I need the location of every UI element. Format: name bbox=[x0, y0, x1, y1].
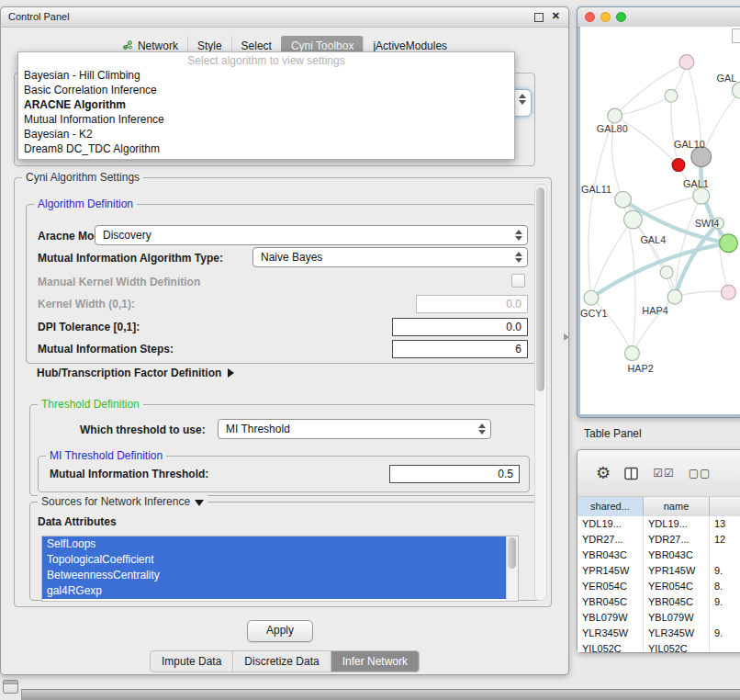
column-header[interactable] bbox=[710, 497, 740, 516]
table-row[interactable]: YER054CYER054C8. bbox=[577, 579, 740, 594]
network-node-gal1[interactable] bbox=[693, 187, 710, 204]
settings-scrollbar[interactable] bbox=[534, 184, 547, 601]
scrollbar-thumb[interactable] bbox=[536, 187, 544, 391]
which-threshold-select[interactable]: MI Threshold bbox=[218, 419, 491, 439]
algorithm-options: Bayesian - Hill ClimbingBasic Correlatio… bbox=[18, 69, 514, 156]
mi-steps-field[interactable]: 6 bbox=[392, 340, 528, 358]
algorithm-option[interactable]: Basic Correlation Inference bbox=[18, 84, 514, 97]
network-node-gal[interactable] bbox=[732, 82, 740, 98]
network-node-gal4[interactable] bbox=[624, 210, 643, 229]
network-node[interactable] bbox=[665, 89, 678, 102]
tab-label: Style bbox=[197, 40, 222, 52]
table-row[interactable]: YLR345WYLR345W9. bbox=[577, 626, 740, 641]
network-node-gcy1[interactable] bbox=[584, 290, 599, 305]
network-node[interactable] bbox=[720, 234, 738, 253]
which-threshold-value: MI Threshold bbox=[226, 420, 290, 438]
tab-label: Cyni Toolbox bbox=[291, 40, 353, 52]
network-node-gal80[interactable] bbox=[608, 108, 622, 123]
attribute-item[interactable]: SelfLoops bbox=[42, 536, 518, 552]
table-row[interactable]: YBR043CYBR043C bbox=[577, 548, 740, 563]
attribute-item[interactable]: gal4RGexp bbox=[42, 583, 518, 599]
algorithm-option[interactable]: Bayesian - Hill Climbing bbox=[18, 69, 514, 83]
algorithm-option[interactable]: Mutual Information Inference bbox=[18, 113, 514, 127]
attribute-item[interactable]: BetweennessCentrality bbox=[42, 568, 518, 583]
table-cell: YBR043C bbox=[577, 548, 644, 563]
dpi-tolerance-field[interactable]: 0.0 bbox=[392, 318, 528, 336]
close-traffic-light-icon[interactable] bbox=[585, 12, 595, 22]
table-row[interactable]: YIL052CYIL052C bbox=[577, 641, 740, 652]
bottom-tab-impute-data[interactable]: Impute Data bbox=[151, 651, 232, 672]
bottom-tab-infer-network[interactable]: Infer Network bbox=[331, 651, 419, 672]
network-node[interactable] bbox=[660, 266, 673, 279]
docked-panel-icon[interactable] bbox=[3, 680, 18, 694]
close-window-icon[interactable]: ✕ bbox=[552, 10, 560, 22]
table-panel-window: ⚙ ☑☑ ▢▢ shared...name YDL19...YDL19...13… bbox=[577, 449, 740, 653]
algorithm-definition-title: Algorithm Definition bbox=[34, 198, 137, 210]
algorithm-option[interactable]: ARACNE Algorithm bbox=[18, 98, 514, 112]
table-toolbar: ⚙ ☑☑ ▢▢ bbox=[577, 450, 740, 497]
table-row[interactable]: YBL079WYBL079W bbox=[577, 610, 740, 626]
float-window-icon[interactable] bbox=[534, 13, 544, 22]
aracne-mode-select[interactable]: Discovery bbox=[95, 225, 528, 245]
gear-icon[interactable]: ⚙ bbox=[596, 463, 611, 483]
node-label: GAL1 bbox=[683, 178, 709, 189]
table-cell: 9. bbox=[710, 594, 740, 610]
hub-definition-label: Hub/Transcription Factor Definition bbox=[37, 367, 221, 379]
manual-kernel-width-checkbox[interactable] bbox=[511, 274, 525, 288]
zoom-traffic-light-icon[interactable] bbox=[616, 12, 626, 22]
table-cell: YIL052C bbox=[577, 641, 644, 652]
splitter-collapse-icon[interactable] bbox=[564, 333, 569, 341]
table-cell: YER054C bbox=[577, 579, 644, 594]
network-node[interactable] bbox=[722, 285, 736, 299]
control-panel-titlebar[interactable]: Control Panel ✕ bbox=[1, 7, 568, 28]
node-label: GAL bbox=[717, 73, 737, 84]
algorithm-option[interactable]: Dream8 DC_TDC Algorithm bbox=[18, 142, 514, 156]
network-node-gal11[interactable] bbox=[615, 191, 632, 208]
scrollbar-thumb[interactable] bbox=[508, 537, 516, 569]
kernel-width-label: Kernel Width (0,1): bbox=[38, 298, 135, 310]
column-header[interactable]: shared... bbox=[577, 497, 644, 516]
network-node[interactable] bbox=[679, 55, 694, 70]
mi-algorithm-type-value: Naive Bayes bbox=[261, 248, 322, 266]
node-label: GCY1 bbox=[580, 308, 608, 319]
expand-arrow-icon bbox=[228, 368, 234, 378]
table-row[interactable]: YDR27...YDR27...12 bbox=[577, 532, 740, 548]
mi-threshold-label: Mutual Information Threshold: bbox=[50, 468, 208, 480]
canvas-scroll-corner[interactable] bbox=[732, 28, 740, 43]
table-header-row: shared...name bbox=[577, 497, 740, 517]
attribute-item[interactable]: TopologicalCoefficient bbox=[42, 552, 518, 568]
table-cell: YDL19... bbox=[644, 516, 710, 532]
algorithm-dropdown-placeholder: Select algorithm to view settings bbox=[18, 52, 514, 69]
sources-group-title[interactable]: Sources for Network Inference bbox=[38, 495, 207, 508]
node-label: GAL11 bbox=[581, 184, 611, 195]
column-header[interactable]: name bbox=[644, 497, 710, 516]
mi-algorithm-type-select[interactable]: Naive Bayes bbox=[252, 247, 528, 267]
data-attributes-items: SelfLoopsTopologicalCoefficientBetweenne… bbox=[42, 536, 518, 599]
column-visibility-icon[interactable] bbox=[624, 467, 639, 480]
network-node-gal10[interactable] bbox=[672, 159, 685, 172]
table-cell: YDR27... bbox=[644, 532, 710, 548]
network-edge bbox=[671, 96, 678, 164]
table-row[interactable]: YBR045CYBR045C9. bbox=[577, 594, 740, 610]
network-node-hap2[interactable] bbox=[625, 346, 640, 361]
hub-definition-toggle[interactable]: Hub/Transcription Factor Definition bbox=[37, 367, 234, 379]
table-panel-title: Table Panel bbox=[584, 427, 642, 440]
network-edge bbox=[633, 196, 701, 220]
table-row[interactable]: YPR145WYPR145W9. bbox=[577, 563, 740, 579]
mi-threshold-field[interactable]: 0.5 bbox=[389, 465, 520, 483]
kernel-width-field[interactable]: 0.0 bbox=[416, 295, 528, 313]
bottom-tab-discretize-data[interactable]: Discretize Data bbox=[232, 651, 330, 672]
window-title: Control Panel bbox=[1, 7, 70, 27]
network-window-titlebar[interactable] bbox=[577, 7, 740, 28]
table-row[interactable]: YDL19...YDL19...13 bbox=[577, 516, 740, 532]
network-node[interactable] bbox=[691, 147, 712, 167]
list-scrollbar[interactable] bbox=[506, 536, 518, 601]
deselect-all-icon[interactable]: ▢▢ bbox=[689, 467, 712, 480]
network-node-hap4[interactable] bbox=[667, 289, 682, 304]
minimize-traffic-light-icon[interactable] bbox=[600, 12, 611, 22]
select-all-icon[interactable]: ☑☑ bbox=[653, 467, 675, 480]
algorithm-option[interactable]: Bayesian - K2 bbox=[18, 128, 514, 141]
data-attributes-list: SelfLoopsTopologicalCoefficientBetweenne… bbox=[41, 536, 519, 602]
network-canvas[interactable]: GALGAL80GAL10GAL1GAL11SWI4GAL4GCY1HAP4HA… bbox=[580, 27, 740, 414]
apply-button[interactable]: Apply bbox=[247, 620, 313, 642]
